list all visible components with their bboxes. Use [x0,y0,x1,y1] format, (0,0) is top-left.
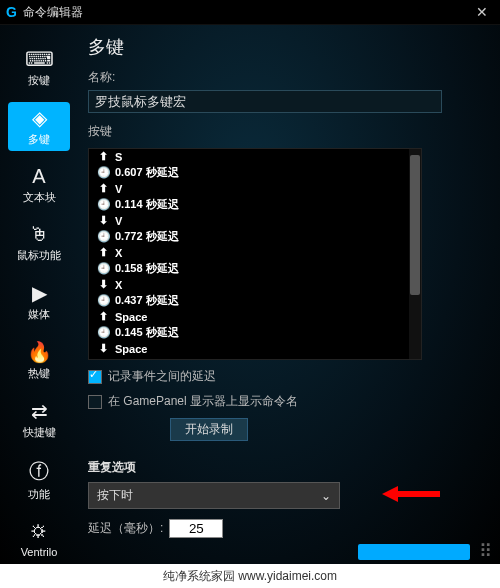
scrollbar[interactable] [409,149,421,359]
sidebar-icon: ⓕ [8,458,70,485]
event-icon: ⬆ [97,310,109,323]
key-event-row[interactable]: ⬇Space [89,341,421,356]
event-icon: ⬆ [97,246,109,259]
repeat-mode-value: 按下时 [97,487,133,504]
sidebar-item-4[interactable]: ▶媒体 [8,277,70,326]
sidebar-item-label: 文本块 [23,191,56,203]
key-event-row[interactable]: ⬆X [89,245,421,260]
sidebar-item-2[interactable]: A文本块 [8,161,70,209]
event-text: 0.772 秒延迟 [115,229,179,244]
event-icon: ⬆ [97,150,109,163]
sidebar-item-label: 按键 [28,74,50,86]
sidebar-icon: ⛭ [8,520,70,543]
sidebar-item-5[interactable]: 🔥热键 [8,336,70,385]
event-icon: ⬆ [97,182,109,195]
sidebar-item-label: 媒体 [28,308,50,320]
sidebar-item-7[interactable]: ⓕ功能 [8,454,70,506]
record-delay-row[interactable]: 记录事件之间的延迟 [88,368,482,385]
event-text: 0.607 秒延迟 [115,165,179,180]
sidebar-item-label: 鼠标功能 [17,249,61,261]
sidebar-icon: ▶ [8,281,70,305]
repeat-mode-dropdown[interactable]: 按下时 ⌄ [88,482,340,509]
sidebar-item-3[interactable]: 🖰鼠标功能 [8,219,70,267]
sidebar-item-0[interactable]: ⌨按键 [8,43,70,92]
keys-label: 按键 [88,123,482,140]
key-event-row[interactable]: ⬇X [89,277,421,292]
event-icon: 🕘 [97,262,109,275]
event-icon: ⬇ [97,214,109,227]
event-text: 0.158 秒延迟 [115,261,179,276]
ok-button[interactable] [358,544,470,560]
sidebar-item-label: 热键 [28,367,50,379]
delay-label: 延迟（毫秒）: [88,520,163,537]
event-icon: 🕘 [97,166,109,179]
window-title: 命令编辑器 [23,4,83,21]
sidebar-icon: A [8,165,70,188]
sidebar-icon: 🖰 [8,223,70,246]
key-event-row[interactable]: ⬆Space [89,309,421,324]
event-text: X [115,279,122,291]
sidebar-item-label: 功能 [28,488,50,500]
key-event-row[interactable]: 🕘0.145 秒延迟 [89,324,421,341]
sidebar-item-6[interactable]: ⇄快捷键 [8,395,70,444]
repeat-heading: 重复选项 [88,459,482,476]
checkbox-record-delay[interactable] [88,370,102,384]
footer-text: 纯净系统家园 www.yidaimei.com [163,568,337,585]
panel-heading: 多键 [88,35,482,59]
event-icon: 🕘 [97,294,109,307]
sidebar-item-1[interactable]: ◈多键 [8,102,70,151]
sidebar-item-label: 快捷键 [23,426,56,438]
key-event-row[interactable]: ⬆S [89,149,421,164]
sidebar-item-label: 多键 [28,133,50,145]
start-record-button[interactable]: 开始录制 [170,418,248,441]
event-icon: ⬇ [97,342,109,355]
key-event-row[interactable]: ⬇V [89,213,421,228]
event-icon: 🕘 [97,230,109,243]
sidebar: ⌨按键◈多键A文本块🖰鼠标功能▶媒体🔥热键⇄快捷键ⓕ功能⛭Ventrilo [0,25,78,565]
event-text: V [115,215,122,227]
key-event-row[interactable]: 🕘0.158 秒延迟 [89,260,421,277]
event-text: Space [115,311,147,323]
logo-icon: G [6,4,17,20]
gamepanel-label: 在 GamePanel 显示器上显示命令名 [108,393,298,410]
key-event-row[interactable]: 🕘0.607 秒延迟 [89,164,421,181]
event-icon: ⬇ [97,278,109,291]
key-event-row[interactable]: 🕘0.772 秒延迟 [89,228,421,245]
sidebar-icon: ⌨ [8,47,70,71]
key-events-list[interactable]: ⬆S🕘0.607 秒延迟⬆V🕘0.114 秒延迟⬇V🕘0.772 秒延迟⬆X🕘0… [88,148,422,360]
name-label: 名称: [88,69,482,86]
key-event-row[interactable]: 🕘0.437 秒延迟 [89,292,421,309]
sidebar-item-8[interactable]: ⛭Ventrilo [8,516,70,563]
event-text: V [115,183,122,195]
delay-input[interactable] [169,519,223,538]
event-text: X [115,247,122,259]
close-icon[interactable]: ✕ [470,4,494,20]
event-icon: 🕘 [97,198,109,211]
titlebar: G 命令编辑器 ✕ [0,0,500,25]
key-event-row[interactable]: 🕘0.114 秒延迟 [89,196,421,213]
sidebar-item-label: Ventrilo [21,546,58,558]
sidebar-icon: 🔥 [8,340,70,364]
sidebar-icon: ⇄ [8,399,70,423]
record-delay-label: 记录事件之间的延迟 [108,368,216,385]
footer: 纯净系统家园 www.yidaimei.com [0,564,500,588]
event-text: 0.437 秒延迟 [115,293,179,308]
event-text: S [115,151,122,163]
gamepanel-row[interactable]: 在 GamePanel 显示器上显示命令名 [88,393,482,410]
event-icon: 🕘 [97,326,109,339]
scrollbar-thumb[interactable] [410,155,420,295]
event-text: Space [115,343,147,355]
key-event-row[interactable]: ⬆V [89,181,421,196]
event-text: 0.114 秒延迟 [115,197,179,212]
watermark-icon: ⠿ [479,540,492,562]
main-panel: 多键 名称: 按键 ⬆S🕘0.607 秒延迟⬆V🕘0.114 秒延迟⬇V🕘0.7… [78,25,500,565]
event-text: 0.145 秒延迟 [115,325,179,340]
checkbox-gamepanel[interactable] [88,395,102,409]
chevron-down-icon: ⌄ [321,489,331,503]
macro-name-input[interactable] [88,90,442,113]
sidebar-icon: ◈ [8,106,70,130]
